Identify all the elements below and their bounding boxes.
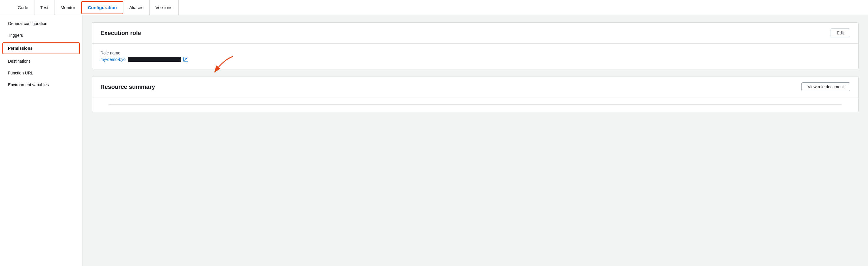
sidebar-item-function-url[interactable]: Function URL: [0, 67, 82, 79]
execution-role-card: Execution role Edit Role name my-demo-by…: [92, 22, 859, 69]
tab-bar: Code Test Monitor Configuration Aliases …: [0, 0, 868, 15]
tab-configuration[interactable]: Configuration: [81, 1, 123, 14]
tab-aliases[interactable]: Aliases: [123, 0, 150, 15]
annotation-arrow: [204, 54, 239, 77]
separator: [108, 104, 842, 105]
resource-summary-card: Resource summary View role document: [92, 76, 859, 112]
sidebar-item-triggers[interactable]: Triggers: [0, 29, 82, 41]
main-content: General configuration Triggers Permissio…: [0, 15, 868, 266]
resource-summary-header: Resource summary View role document: [92, 76, 858, 97]
tab-monitor[interactable]: Monitor: [55, 0, 81, 15]
role-section: Role name my-demo-byo: [100, 51, 850, 62]
sidebar-item-environment-variables[interactable]: Environment variables: [0, 79, 82, 91]
resource-summary-title: Resource summary: [100, 84, 155, 90]
sidebar-item-permissions[interactable]: Permissions: [2, 42, 80, 54]
role-link[interactable]: my-demo-byo: [100, 57, 126, 62]
content-panel: Execution role Edit Role name my-demo-by…: [83, 15, 868, 266]
redacted-text: [128, 57, 181, 62]
sidebar-item-general-configuration[interactable]: General configuration: [0, 18, 82, 29]
view-role-document-button[interactable]: View role document: [802, 82, 850, 91]
tab-code[interactable]: Code: [12, 0, 34, 15]
tab-versions[interactable]: Versions: [150, 0, 179, 15]
execution-role-header: Execution role Edit: [92, 23, 858, 43]
role-name-row: my-demo-byo: [100, 57, 850, 62]
sidebar: General configuration Triggers Permissio…: [0, 15, 83, 266]
sidebar-item-destinations[interactable]: Destinations: [0, 55, 82, 67]
execution-role-body: Role name my-demo-byo: [92, 43, 858, 69]
role-name-label: Role name: [100, 51, 850, 55]
execution-role-title: Execution role: [100, 30, 141, 36]
external-link-icon[interactable]: [183, 57, 188, 62]
resource-summary-body: [92, 97, 858, 112]
page-wrapper: Code Test Monitor Configuration Aliases …: [0, 0, 868, 266]
edit-button[interactable]: Edit: [831, 29, 850, 37]
tab-test[interactable]: Test: [34, 0, 55, 15]
